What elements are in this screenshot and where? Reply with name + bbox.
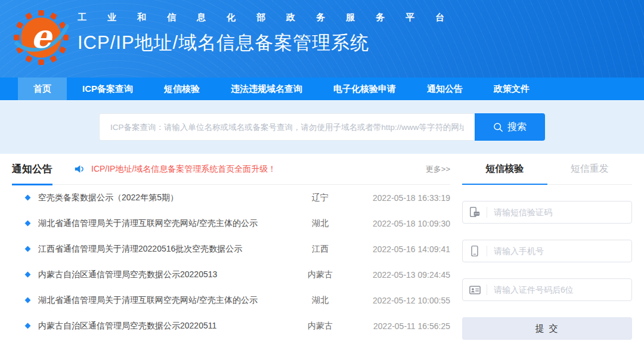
nav-item-illegal-domain-query[interactable]: 违法违规域名查询 [215,78,318,100]
notice-header: 通知公告 ICP/IP地址/域名信息备案管理系统首页全面升级！ 更多>> [12,154,450,185]
top-banner: e 工业和信息化部政务服务平台 ICP/IP地址/域名信息备案管理系统 [0,0,644,78]
notice-row[interactable]: 江西省通信管理局关于清理20220516批次空壳数据公示 江西 2022-05-… [12,236,450,262]
diamond-bullet-icon [25,195,31,201]
notice-row[interactable]: 空壳类备案数据公示（2022年第5期） 辽宁 2022-05-18 16:33:… [12,185,450,210]
speaker-icon [74,154,85,184]
sms-verification-panel: 短信核验 短信重发 [462,154,632,340]
phone-icon [463,245,487,257]
nav-item-notices[interactable]: 通知公告 [411,78,478,100]
submit-button[interactable]: 提 交 [462,317,632,340]
nav-item-home[interactable]: 首页 [18,78,67,100]
nav-item-icp-query[interactable]: ICP备案查询 [67,78,148,100]
notice-time: 2022-05-18 10:09:30 [350,219,450,228]
notice-section-tab: 通知公告 [12,154,52,185]
diamond-bullet-icon [25,323,31,329]
notice-section-title: 通知公告 [12,162,52,176]
search-box: 搜索 [99,113,545,141]
sms-code-field[interactable] [462,201,632,224]
notice-time: 2022-05-11 16:56:25 [350,321,450,331]
miit-logo-icon: e [13,10,69,66]
notice-section: 通知公告 ICP/IP地址/域名信息备案管理系统首页全面升级！ 更多>> 空壳类… [12,154,450,340]
nav-item-sms-verify[interactable]: 短信核验 [148,78,215,100]
system-title: ICP/IP地址/域名信息备案管理系统 [78,30,465,55]
search-button-label: 搜索 [507,121,527,134]
id-card-icon [463,284,487,296]
main-nav: 首页 ICP备案查询 短信核验 违法违规域名查询 电子化核验申请 通知公告 政策… [0,78,644,100]
notice-time: 2022-05-12 10:00:55 [350,296,450,305]
more-link[interactable]: 更多>> [426,164,450,175]
notice-title[interactable]: 湖北省通信管理局关于清理互联网空壳网站/空壳主体的公示 [38,218,290,229]
search-icon [493,122,503,132]
notice-list: 空壳类备案数据公示（2022年第5期） 辽宁 2022-05-18 16:33:… [12,185,450,339]
platform-name: 工业和信息化部政务服务平台 [78,12,465,23]
notice-title[interactable]: 江西省通信管理局关于清理20220516批次空壳数据公示 [38,244,290,255]
notice-time: 2022-05-18 16:33:19 [350,193,450,203]
notice-province: 江西 [290,244,350,255]
notice-title[interactable]: 空壳类备案数据公示（2022年第5期） [38,193,290,203]
notice-time: 2022-05-16 14:09:41 [350,244,450,254]
notice-row[interactable]: 内蒙古自治区通信管理局空壳数据公示20220511 内蒙古 2022-05-11… [12,313,450,339]
notice-province: 内蒙古 [290,269,350,280]
svg-text:e: e [31,17,54,55]
notice-title[interactable]: 内蒙古自治区通信管理局空壳数据公示20220513 [38,269,290,280]
diamond-bullet-icon [25,221,31,227]
id-number-field[interactable] [462,278,632,301]
sms-panel-tabs: 短信核验 短信重发 [462,154,632,185]
notice-time: 2022-05-13 09:24:45 [350,270,450,280]
diamond-bullet-icon [25,297,31,303]
nav-item-e-verification[interactable]: 电子化核验申请 [318,78,411,100]
notice-province: 辽宁 [290,193,350,203]
notice-province: 湖北 [290,295,350,306]
upgrade-announcement-link[interactable]: ICP/IP地址/域名信息备案管理系统首页全面升级！ [91,164,276,175]
diamond-bullet-icon [25,272,31,278]
notice-province: 内蒙古 [290,321,350,331]
tab-sms-resend[interactable]: 短信重发 [547,154,633,184]
notice-title[interactable]: 内蒙古自治区通信管理局空壳数据公示20220511 [38,321,290,331]
nav-item-policy-files[interactable]: 政策文件 [478,78,545,100]
phone-number-field[interactable] [462,240,632,262]
notice-province: 湖北 [290,218,350,229]
phone-number-input[interactable] [487,246,631,256]
notice-row[interactable]: 湖北省通信管理局关于清理互联网空壳网站/空壳主体的公示 湖北 2022-05-1… [12,210,450,236]
main-content: 通知公告 ICP/IP地址/域名信息备案管理系统首页全面升级！ 更多>> 空壳类… [0,154,644,340]
sms-icon [463,206,487,218]
diamond-bullet-icon [25,246,31,252]
id-number-input[interactable] [487,285,631,295]
notice-row[interactable]: 湖北省通信管理局关于清理互联网空壳网站/空壳主体的公示 湖北 2022-05-1… [12,287,450,313]
page: e 工业和信息化部政务服务平台 ICP/IP地址/域名信息备案管理系统 首页 I… [0,0,644,344]
icp-search-input[interactable] [99,113,475,141]
search-button[interactable]: 搜索 [475,113,545,141]
notice-row[interactable]: 内蒙古自治区通信管理局空壳数据公示20220513 内蒙古 2022-05-13… [12,262,450,287]
sms-code-input[interactable] [487,207,631,217]
notice-title[interactable]: 湖北省通信管理局关于清理互联网空壳网站/空壳主体的公示 [38,295,290,306]
search-section: 搜索 [0,100,644,154]
tab-sms-verify[interactable]: 短信核验 [462,154,547,185]
